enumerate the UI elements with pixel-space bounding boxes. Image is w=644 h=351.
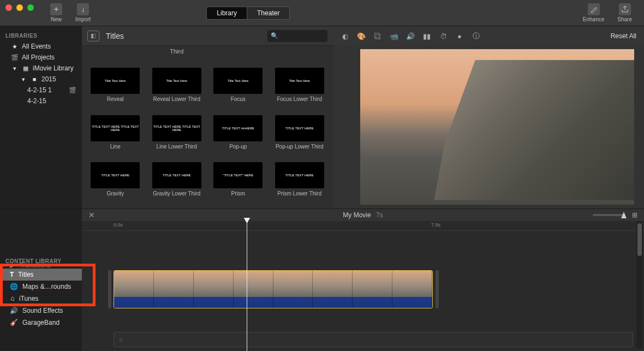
star-icon: ★ — [11, 43, 19, 50]
content-titles[interactable]: TTitles — [0, 269, 82, 281]
content-library-sidebar: CONTENT LIBRARY ▶Transitions TTitles 🌐Ma… — [0, 209, 82, 351]
audio-track[interactable]: ♫ — [114, 332, 633, 347]
all-projects[interactable]: 🎬All Projects — [0, 52, 82, 63]
content-itunes[interactable]: ♫iTunes — [0, 293, 82, 305]
preview-panel: ◐ 🎨 ⿻ 📹 🔊 ▮▮ ⏱ ● ⓘ Reset All — [333, 26, 644, 209]
title-reveal-lower-third[interactable]: Title Text HereReveal Lower Third — [149, 68, 205, 112]
title-prism-lower-third[interactable]: TITLE TEXT HEREPrism Lower Third — [272, 162, 328, 206]
imovie-library[interactable]: ▾▦iMovie Library — [0, 63, 82, 74]
library-icon: ▦ — [22, 65, 29, 72]
ruler-start: 0.0s — [114, 222, 123, 228]
enhance-label: Enhance — [583, 16, 604, 22]
transitions-icon: ▶ — [10, 262, 15, 269]
close-window[interactable] — [5, 4, 12, 11]
share-button[interactable]: Share — [611, 3, 639, 22]
title-line[interactable]: TITLE TEXT HERE TITLE TEXT HERELine — [87, 115, 144, 159]
playhead-line[interactable] — [247, 221, 247, 351]
speed-icon[interactable]: ⏱ — [439, 32, 448, 40]
color-balance-icon[interactable]: ◐ — [341, 32, 349, 40]
folder-icon: ■ — [31, 76, 38, 82]
color-correction-icon[interactable]: 🎨 — [357, 32, 366, 40]
share-label: Share — [617, 16, 632, 22]
content-maps[interactable]: 🌐Maps &…rounds — [0, 281, 82, 293]
timeline-scrollbar[interactable] — [636, 221, 643, 349]
content-garageband[interactable]: 🎸GarageBand — [0, 317, 82, 329]
search-input[interactable]: 🔍 — [267, 30, 327, 42]
title-focus[interactable]: Title Text HereFocus — [210, 68, 266, 112]
timeline-area: CONTENT LIBRARY ▶Transitions TTitles 🌐Ma… — [0, 209, 644, 351]
effects-icon[interactable]: ● — [455, 32, 464, 40]
stabilize-icon[interactable]: 📹 — [390, 32, 398, 40]
timeline-tracks[interactable]: ♫ — [82, 231, 644, 351]
title-gravity-lower-third[interactable]: TITLE TEXT HEREGravity Lower Third — [149, 162, 205, 206]
disclosure-icon: ▾ — [11, 65, 19, 72]
library-tab[interactable]: Library — [206, 7, 247, 20]
preview-viewer[interactable] — [360, 49, 634, 205]
all-events[interactable]: ★All Events — [0, 41, 82, 52]
libraries-header: LIBRARIES — [0, 31, 82, 41]
new-label: New — [51, 16, 62, 22]
enhance-button[interactable]: Enhance — [576, 3, 611, 22]
music-icon: ♫ — [10, 295, 15, 302]
event-4-2-15-1[interactable]: 4-2-15 1🎬 — [0, 85, 82, 96]
info-icon[interactable]: ⓘ — [472, 31, 480, 41]
crop-icon[interactable]: ⿻ — [373, 32, 382, 40]
col-head-third: Third — [149, 48, 205, 64]
year-2015[interactable]: ▾■2015 — [0, 74, 82, 85]
reset-all-button[interactable]: Reset All — [611, 32, 636, 40]
timeline-close[interactable]: ✕ — [88, 211, 95, 219]
film-icon: 🎬 — [11, 54, 19, 61]
zoom-slider[interactable] — [593, 214, 625, 216]
import-button[interactable]: ↓Import — [69, 3, 97, 22]
timeline-ruler[interactable]: 0.0s 7.8s — [82, 221, 644, 231]
preview-image — [434, 60, 635, 200]
new-button[interactable]: ＋New — [44, 3, 69, 22]
library-theater-segment: Library Theater — [206, 7, 290, 20]
content-library-header: CONTENT LIBRARY — [0, 209, 82, 266]
library-sidebar: LIBRARIES ★All Events 🎬All Projects ▾▦iM… — [0, 26, 82, 209]
title-pop-up-lower-third[interactable]: TITLE TEXT HEREPop-up Lower Third — [272, 115, 328, 159]
sidebar-toggle[interactable]: ◧ — [87, 31, 99, 41]
ruler-end: 7.8s — [431, 222, 440, 228]
speaker-icon: 🔊 — [10, 307, 18, 314]
top-toolbar: ＋New ↓Import Library Theater Enhance Sha… — [0, 0, 644, 26]
title-pop-up[interactable]: TITLE TEXT HnHEREPop-up — [210, 115, 266, 159]
maximize-window[interactable] — [27, 4, 34, 11]
disclosure-icon: ▾ — [20, 76, 27, 83]
browser-title: Titles — [106, 32, 124, 40]
content-sound-effects[interactable]: 🔊Sound Effects — [0, 305, 82, 317]
event-4-2-15[interactable]: 4-2-15 — [0, 96, 82, 106]
import-label: Import — [75, 16, 91, 22]
timeline-settings-icon[interactable]: ⊞ — [632, 211, 637, 219]
minimize-window[interactable] — [16, 4, 23, 11]
title-reveal[interactable]: Title Text HereReveal — [87, 68, 144, 112]
title-gravity[interactable]: TITLE TEXT HEREGravity — [87, 162, 144, 206]
guitar-icon: 🎸 — [10, 319, 18, 326]
title-prism[interactable]: "TITLE TEXT" HEREPrism — [210, 162, 266, 206]
noise-reduction-icon[interactable]: ▮▮ — [422, 32, 431, 40]
globe-icon: 🌐 — [10, 283, 18, 290]
title-line-lower-third[interactable]: TITLE TEXT HERE TITLE TEXT HERELine Lowe… — [149, 115, 205, 159]
title-focus-lower-third[interactable]: Title Text HereFocus Lower Third — [272, 68, 328, 112]
music-note-icon: ♫ — [118, 336, 123, 343]
content-transitions[interactable]: ▶Transitions — [0, 262, 82, 269]
titles-browser: ◧ Titles 🔍 Third Title Text HereReveal T… — [82, 26, 333, 209]
search-icon: 🔍 — [271, 32, 278, 39]
clapper-icon: 🎬 — [69, 87, 76, 94]
text-icon: T — [10, 271, 14, 278]
clip-handle-right[interactable] — [436, 270, 439, 308]
video-clip[interactable] — [114, 270, 433, 308]
movie-title: My Movie 7s — [343, 211, 383, 219]
clip-handle-left[interactable] — [108, 270, 111, 308]
theater-tab[interactable]: Theater — [247, 7, 290, 20]
volume-icon[interactable]: 🔊 — [406, 32, 415, 40]
